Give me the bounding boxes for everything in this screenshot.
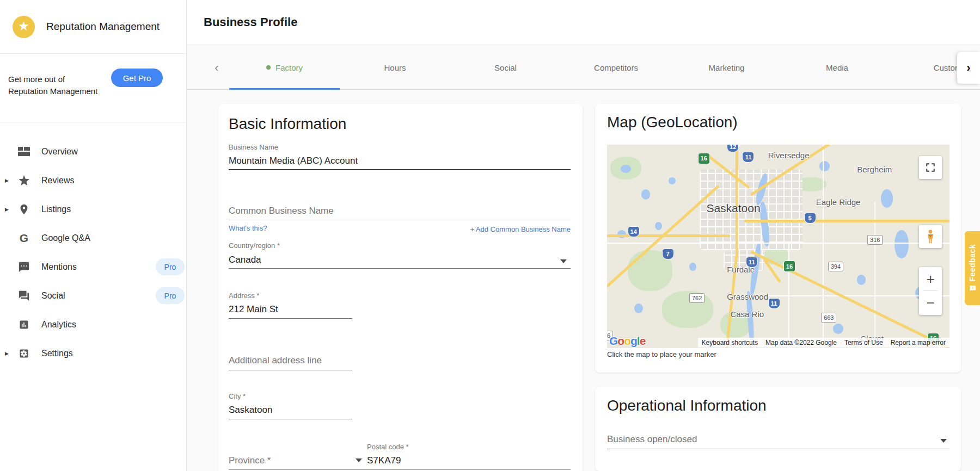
fullscreen-button[interactable] <box>919 156 942 179</box>
card-title: Operational Information <box>607 397 767 414</box>
speech-bubble-icon <box>17 261 30 274</box>
sidebar-item-google-qa[interactable]: G Google Q&A <box>0 224 186 252</box>
business-name-input[interactable]: Mountain Media (ABC) Account <box>229 156 358 166</box>
report-map-error-link[interactable]: Report a map error <box>887 338 950 348</box>
map-geolocation-card: Map (GeoLocation) <box>595 104 961 373</box>
gear-icon <box>17 347 30 360</box>
route-shield-7: 7 <box>662 249 674 259</box>
promo-text: Get more out of Reputation Management <box>8 73 97 97</box>
country-region-label: Country/region * <box>229 241 280 250</box>
tab-bar: ‹ Factory Hours Social Competitors Marke… <box>187 46 980 90</box>
sidebar-item-label: Overview <box>41 147 78 157</box>
street-view-pegman-button[interactable] <box>919 225 942 248</box>
route-shield-11: 11 <box>742 152 754 163</box>
tab-label: Hours <box>384 63 406 72</box>
map-attribution: Keyboard shortcuts Map data ©2022 Google… <box>698 337 950 348</box>
map-label-riversedge: Riversedge <box>768 151 810 160</box>
input-underline <box>229 169 571 170</box>
sidebar-item-reviews[interactable]: ▶ Reviews <box>0 166 186 195</box>
input-underline <box>229 370 352 370</box>
sidebar-item-social[interactable]: Social Pro <box>0 281 186 310</box>
tab-competitors[interactable]: Competitors <box>561 46 671 89</box>
map-road <box>607 243 950 244</box>
postal-code-input[interactable]: S7KA79 <box>367 455 401 466</box>
tab-factory[interactable]: Factory <box>229 46 340 89</box>
expand-caret-icon[interactable]: ▶ <box>5 351 10 356</box>
chevron-down-icon[interactable] <box>356 458 362 462</box>
business-open-closed-select[interactable]: Business open/closed <box>607 434 697 445</box>
additional-address-input[interactable]: Additional address line <box>229 355 322 366</box>
map-highway <box>607 234 730 237</box>
city-input[interactable]: Saskatoon <box>229 405 272 416</box>
feedback-icon <box>969 285 976 292</box>
zoom-in-button[interactable]: + <box>919 267 942 290</box>
sidebar-item-mentions[interactable]: Mentions Pro <box>0 252 186 281</box>
page-header: Business Profile <box>187 0 980 45</box>
tabs-scroll-right-button[interactable]: › <box>957 52 980 84</box>
route-shield-11: 11 <box>768 298 780 309</box>
sidebar-item-label: Reviews <box>41 176 74 185</box>
business-name-label: Business Name <box>229 143 278 151</box>
route-shield-663: 663 <box>821 313 836 323</box>
chevron-down-icon[interactable] <box>940 439 947 443</box>
get-pro-button[interactable]: Get Pro <box>111 69 163 87</box>
app-title: Reputation Management <box>46 21 160 33</box>
address-input[interactable]: 212 Main St <box>229 304 278 315</box>
map-lake <box>895 230 908 258</box>
sidebar-item-settings[interactable]: ▶ Settings <box>0 339 186 368</box>
add-common-business-name-link[interactable]: + Add Common Business Name <box>470 225 571 233</box>
map-data-text: Map data ©2022 Google <box>762 338 841 348</box>
tab-hours[interactable]: Hours <box>340 46 450 89</box>
tab-media[interactable]: Media <box>782 46 892 89</box>
tab-label: Marketing <box>709 63 745 72</box>
map-lake <box>857 275 866 285</box>
map-label-bergheim: Bergheim <box>857 165 892 174</box>
province-select[interactable]: Province * <box>229 455 271 466</box>
zoom-out-button[interactable]: − <box>919 291 942 314</box>
route-shield-762: 762 <box>689 293 705 303</box>
input-underline <box>229 268 571 269</box>
map-lake <box>641 189 650 200</box>
feedback-tab[interactable]: Feedback <box>965 231 980 305</box>
map-label-casa-rio: Casa Rio <box>730 309 764 319</box>
bar-chart-icon <box>17 318 30 331</box>
keyboard-shortcuts-link[interactable]: Keyboard shortcuts <box>698 338 762 348</box>
terms-of-use-link[interactable]: Terms of Use <box>841 338 887 348</box>
country-region-select[interactable]: Canada <box>229 255 261 265</box>
active-tab-indicator <box>229 88 340 90</box>
expand-caret-icon[interactable]: ▶ <box>5 207 10 212</box>
basic-information-card: Basic Information Business Name Mountain… <box>218 104 583 471</box>
whats-this-link[interactable]: What's this? <box>229 224 267 232</box>
sidebar-item-label: Mentions <box>41 262 77 272</box>
sidebar-item-analytics[interactable]: Analytics <box>0 310 186 339</box>
tab-social[interactable]: Social <box>450 46 561 89</box>
forum-chat-icon <box>17 289 30 302</box>
map-label-grasswood: Grasswood <box>727 292 768 301</box>
card-title: Map (GeoLocation) <box>607 114 738 131</box>
sidebar-item-label: Google Q&A <box>41 233 90 243</box>
map-lake <box>655 222 662 230</box>
expand-caret-icon[interactable]: ▶ <box>5 178 10 183</box>
map-lake <box>833 324 843 334</box>
google-g-icon: G <box>17 232 30 245</box>
map-road <box>874 202 875 348</box>
input-underline <box>229 318 352 319</box>
status-dot-icon <box>266 65 271 70</box>
sidebar-item-listings[interactable]: ▶ Listings <box>0 195 186 224</box>
sidebar-item-overview[interactable]: Overview <box>0 137 186 166</box>
google-logo: Google <box>609 334 645 348</box>
input-underline <box>229 419 352 419</box>
dashboard-icon <box>17 145 30 158</box>
map-lake <box>669 177 676 184</box>
google-map[interactable]: Saskatoon Riversedge Bergheim Eagle Ridg… <box>607 145 950 348</box>
chevron-down-icon[interactable] <box>560 259 567 263</box>
promo-line1: Get more out of <box>8 73 97 85</box>
tab-label: Media <box>826 63 848 72</box>
location-pin-icon <box>17 203 30 216</box>
tab-marketing[interactable]: Marketing <box>671 46 782 89</box>
tabs-scroll-left-button[interactable]: ‹ <box>209 59 224 77</box>
postal-code-label: Postal code * <box>367 443 409 451</box>
common-business-name-input[interactable]: Common Business Name <box>229 206 334 216</box>
tab-label: Factory <box>275 63 303 72</box>
sidebar-item-label: Social <box>41 291 65 301</box>
